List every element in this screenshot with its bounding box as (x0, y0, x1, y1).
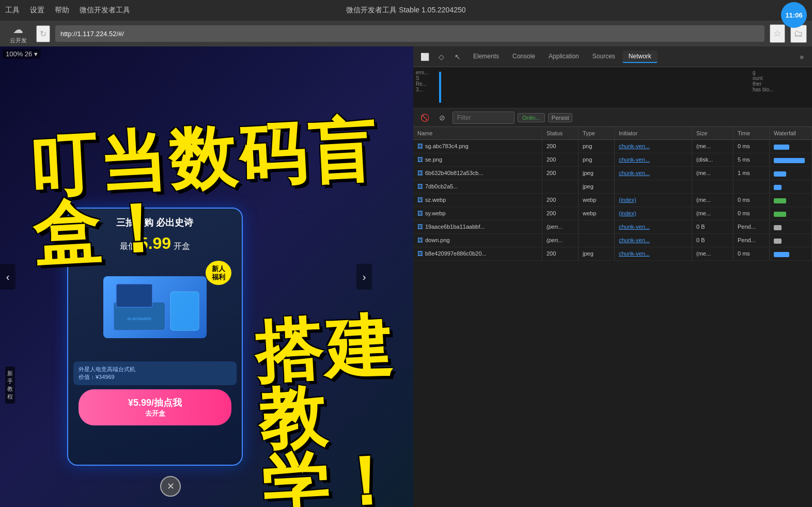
row-waterfall (770, 194, 812, 207)
file-icon: 🖼 (417, 210, 423, 216)
row-status: 200 (542, 140, 579, 153)
row-name: 🖼19aace6b1ba11aabbf... (413, 220, 542, 233)
tab-network[interactable]: Network (622, 51, 658, 63)
initiator-link[interactable]: chunk-ven... (619, 250, 650, 257)
row-waterfall (770, 167, 812, 180)
header-type: Type (579, 127, 615, 139)
browser-viewport: 100% 26 ▾ ‹ › 叮当数码盲盒！ 搭建教学！ 三抽起购 必出史诗 最低… (0, 46, 413, 507)
table-row[interactable]: 🖼sy.webp 200 webp (index) (me... 0 ms (413, 207, 812, 220)
row-waterfall (770, 153, 812, 166)
network-filter-input[interactable] (452, 112, 514, 124)
row-waterfall (770, 220, 812, 233)
bookmark-button[interactable]: ☆ (770, 24, 785, 43)
row-size: 0 B (692, 220, 733, 233)
row-waterfall (770, 247, 812, 260)
row-type: webp (579, 207, 615, 220)
row-name: 🖼down.png (413, 234, 542, 247)
tab-application[interactable]: Application (542, 51, 585, 63)
row-waterfall (770, 180, 812, 193)
menu-items: 工具 设置 帮助 微信开发者工具 (5, 6, 130, 15)
file-icon: 🖼 (417, 183, 423, 189)
network-clear-button[interactable]: 🚫 (417, 110, 432, 125)
row-time: 5 ms (733, 153, 770, 166)
devtools-tabs: Elements Console Application Sources Net… (467, 51, 793, 63)
row-time: 0 ms (733, 140, 770, 153)
devtools-device-button[interactable]: ◇ (434, 50, 448, 64)
side-new-tutorial[interactable]: 新手教程 (5, 367, 15, 404)
svg-rect-1 (116, 284, 152, 307)
refresh-button[interactable]: ↻ (36, 25, 50, 42)
menu-wechat[interactable]: 微信开发者工具 (80, 6, 130, 15)
zoom-control[interactable]: 100% 26 ▾ (3, 49, 41, 59)
table-row[interactable]: 🖼sg.abc783c4.png 200 png chunk-ven... (m… (413, 140, 812, 153)
row-name: 🖼sy.webp (413, 207, 542, 220)
initiator-link[interactable]: (index) (619, 197, 636, 203)
svg-text:ALIENWARE: ALIENWARE (128, 316, 152, 321)
online-status[interactable]: Onlin... (518, 113, 545, 122)
card-cta-button[interactable]: ¥5.99/抽点我 去开盒 (79, 389, 231, 425)
initiator-link[interactable]: chunk-ven... (619, 156, 650, 163)
table-row[interactable]: 🖼sz.webp 200 webp (index) (me... 0 ms (413, 194, 812, 207)
waterfall-bar (774, 171, 786, 177)
initiator-link[interactable]: chunk-ven... (619, 170, 650, 176)
devtools-tabs-toolbar: ⬜ ◇ ↖ Elements Console Application Sourc… (413, 46, 812, 67)
row-status: 200 (542, 247, 579, 260)
svg-rect-2 (170, 292, 199, 330)
menu-help[interactable]: 帮助 (55, 6, 69, 15)
devtools-second-toolbar: 🚫 ⊘ Onlin... Persist (413, 108, 812, 127)
table-row[interactable]: 🖼6b632b40b812a53cb... 200 jpeg chunk-ven… (413, 167, 812, 180)
file-icon: 🖼 (417, 250, 423, 257)
table-row[interactable]: 🖼b8e420997e886c0b20... 200 jpeg chunk-ve… (413, 247, 812, 261)
initiator-link[interactable]: (index) (619, 210, 636, 216)
file-icon: 🖼 (417, 224, 423, 230)
network-filter-button[interactable]: ⊘ (435, 110, 449, 125)
header-time: Time (733, 127, 770, 139)
row-time: 0 ms (733, 194, 770, 207)
devtools-select-button[interactable]: ↖ (450, 50, 465, 64)
devtools-inspect-button[interactable]: ⬜ (417, 50, 432, 64)
card-image-area: ALIENWARE 新人 福利 (68, 256, 242, 359)
row-name: 🖼6b632b40b812a53cb... (413, 167, 542, 180)
tab-elements[interactable]: Elements (467, 51, 505, 63)
row-waterfall (770, 140, 812, 153)
close-card-button[interactable]: ✕ (160, 476, 181, 497)
table-row[interactable]: 🖼7db0cb2a5... jpeg (413, 180, 812, 194)
cta-action: 去开盒 (86, 409, 224, 418)
carousel-arrow-left[interactable]: ‹ (0, 264, 15, 290)
cloud-dev-button[interactable]: ☁ 云开发 (5, 23, 31, 44)
row-status: (pen... (542, 220, 579, 233)
header-status: Status (542, 127, 579, 139)
network-persist-button[interactable]: Persist (548, 113, 573, 122)
clock: 11:06 (781, 2, 807, 28)
url-input[interactable] (55, 25, 764, 42)
table-row[interactable]: 🖼19aace6b1ba11aabbf... (pen... chunk-ven… (413, 220, 812, 234)
row-name: 🖼sg.abc783c4.png (413, 140, 542, 153)
row-status: 200 (542, 167, 579, 180)
row-status: 200 (542, 194, 579, 207)
menu-settings[interactable]: 设置 (30, 6, 44, 15)
file-icon: 🖼 (417, 143, 423, 149)
table-row[interactable]: 🖼se.png 200 png chunk-ven... (disk... 5 … (413, 153, 812, 167)
row-waterfall (770, 207, 812, 220)
table-row[interactable]: 🖼down.png (pen... chunk-ven... 0 B Pend.… (413, 234, 812, 247)
devtools-more-tabs[interactable]: » (795, 51, 808, 63)
overlay-title-1: 叮当数码盲盒！ (28, 114, 413, 268)
row-type: jpeg (579, 247, 615, 260)
file-icon: 🖼 (417, 170, 423, 176)
row-size: (me... (692, 194, 733, 207)
carousel-arrow-right[interactable]: › (356, 264, 372, 290)
row-initiator (615, 180, 692, 193)
tab-console[interactable]: Console (506, 51, 541, 63)
row-initiator: chunk-ven... (615, 247, 692, 260)
address-bar: ☁ 云开发 ↻ ☆ 🗂 (0, 21, 812, 46)
product-image: ALIENWARE (103, 276, 207, 338)
row-type: png (579, 153, 615, 166)
initiator-link[interactable]: chunk-ven... (619, 143, 650, 149)
initiator-link[interactable]: chunk-ven... (619, 224, 650, 230)
tab-sources[interactable]: Sources (586, 51, 621, 63)
row-type (579, 234, 615, 247)
new-user-line2: 福利 (212, 273, 225, 281)
menu-tool[interactable]: 工具 (5, 6, 20, 15)
waterfall-bar (774, 252, 789, 257)
initiator-link[interactable]: chunk-ven... (619, 237, 650, 243)
